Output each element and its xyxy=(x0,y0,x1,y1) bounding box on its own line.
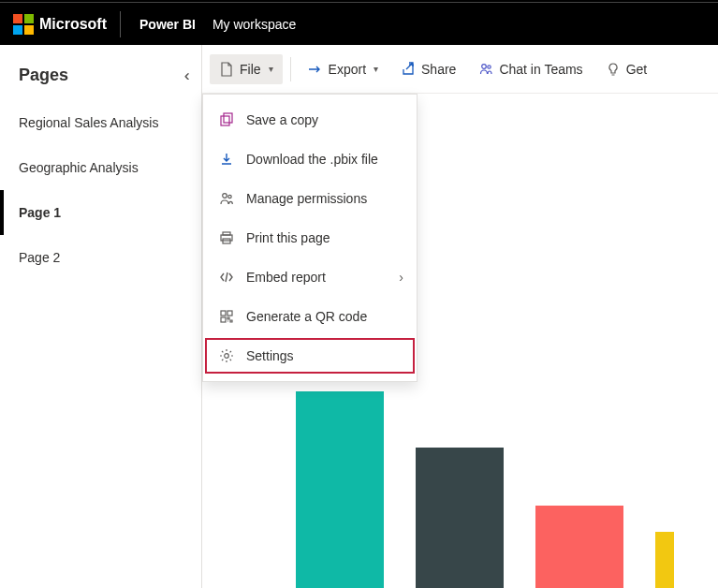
file-icon xyxy=(219,62,234,77)
microsoft-logo-icon xyxy=(13,14,34,35)
menu-item-embed[interactable]: Embed report › xyxy=(203,257,417,297)
file-dropdown-menu: Save a copy Download the .pbix file Mana… xyxy=(202,94,418,382)
chat-label: Chat in Teams xyxy=(499,62,582,77)
menu-item-print[interactable]: Print this page xyxy=(203,218,417,257)
export-icon xyxy=(308,62,323,77)
page-item[interactable]: Regional Sales Analysis xyxy=(0,100,201,145)
embed-icon xyxy=(218,269,235,286)
menu-item-save-copy[interactable]: Save a copy xyxy=(203,100,417,140)
download-icon xyxy=(218,151,235,168)
menu-item-download[interactable]: Download the .pbix file xyxy=(203,140,417,179)
app-header: Microsoft Power BI My workspace xyxy=(0,0,718,45)
pages-sidebar: Pages ‹‹ Regional Sales Analysis Geograp… xyxy=(0,45,202,588)
permissions-icon xyxy=(218,190,235,207)
gear-icon xyxy=(218,347,235,364)
page-item[interactable]: Page 2 xyxy=(0,235,201,280)
print-icon xyxy=(218,229,235,246)
menu-item-qr[interactable]: Generate a QR code xyxy=(203,297,417,336)
save-copy-icon xyxy=(218,111,235,128)
page-item[interactable]: Geographic Analysis xyxy=(0,145,201,190)
chevron-down-icon: ▾ xyxy=(374,64,378,74)
export-menu-button[interactable]: Export ▾ xyxy=(299,54,388,84)
svg-rect-3 xyxy=(224,113,232,123)
chat-in-teams-button[interactable]: Chat in Teams xyxy=(469,54,592,84)
svg-point-12 xyxy=(225,354,229,359)
menu-item-label: Save a copy xyxy=(246,112,318,127)
content-area: File ▾ Export ▾ Share Ch xyxy=(202,45,718,588)
share-label: Share xyxy=(421,62,456,77)
toolbar-divider xyxy=(290,57,291,81)
file-menu-button[interactable]: File ▾ xyxy=(210,54,283,84)
menu-item-label: Settings xyxy=(246,348,294,363)
chart-bar[interactable] xyxy=(655,532,674,588)
menu-item-label: Print this page xyxy=(246,230,330,245)
svg-rect-11 xyxy=(221,317,226,322)
product-label[interactable]: Power BI xyxy=(139,17,196,32)
get-label: Get xyxy=(626,62,648,77)
menu-item-label: Embed report xyxy=(246,270,326,285)
menu-item-permissions[interactable]: Manage permissions xyxy=(203,179,417,218)
export-label: Export xyxy=(329,62,366,77)
svg-point-5 xyxy=(228,195,231,198)
svg-point-4 xyxy=(223,194,227,198)
share-button[interactable]: Share xyxy=(391,54,465,84)
chart-bar[interactable] xyxy=(296,391,384,588)
get-insights-button[interactable]: Get xyxy=(596,54,657,84)
teams-icon xyxy=(478,62,493,77)
svg-point-1 xyxy=(488,65,491,67)
svg-rect-10 xyxy=(227,311,232,316)
menu-item-label: Download the .pbix file xyxy=(246,152,378,167)
page-item[interactable]: Page 1 xyxy=(0,190,201,235)
chevron-down-icon: ▾ xyxy=(269,64,273,74)
chart-bar[interactable] xyxy=(535,506,623,588)
command-toolbar: File ▾ Export ▾ Share Ch xyxy=(202,45,718,94)
menu-item-label: Manage permissions xyxy=(246,191,367,206)
svg-rect-9 xyxy=(221,311,226,316)
workspace-label[interactable]: My workspace xyxy=(212,17,296,32)
menu-item-label: Generate a QR code xyxy=(246,309,367,324)
chart-bar[interactable] xyxy=(416,448,504,588)
svg-rect-2 xyxy=(221,116,229,125)
header-divider xyxy=(120,11,121,37)
menu-item-settings[interactable]: Settings xyxy=(203,336,417,375)
lightbulb-icon xyxy=(606,62,621,77)
chevron-right-icon: › xyxy=(399,270,403,285)
file-label: File xyxy=(240,62,261,77)
share-icon xyxy=(401,62,416,77)
brand-label: Microsoft xyxy=(39,16,107,33)
svg-point-0 xyxy=(482,64,487,68)
qr-icon xyxy=(218,308,235,325)
sidebar-title: Pages xyxy=(19,66,68,85)
